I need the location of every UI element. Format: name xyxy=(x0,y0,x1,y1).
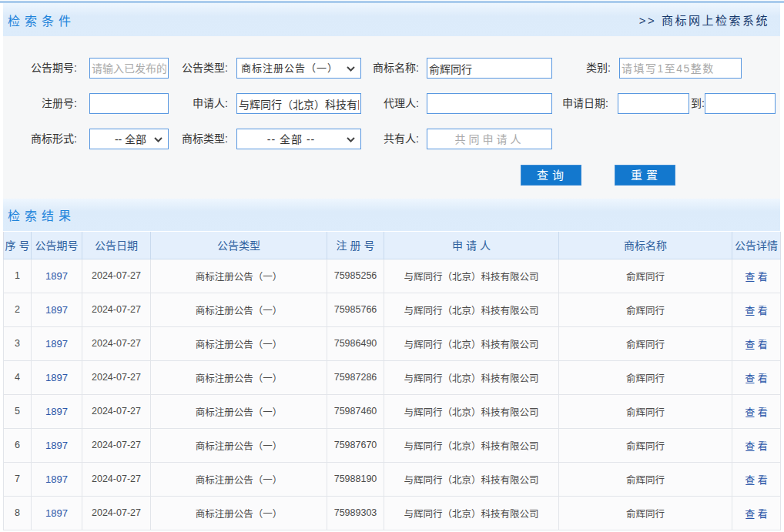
view-detail-link[interactable]: 查 看 xyxy=(745,339,768,350)
results-col-header: 序 号 xyxy=(4,232,32,259)
cell-applicant: 与辉同行（北京）科技有限公司 xyxy=(384,496,559,530)
results-header-row: 序 号公告期号公告日期公告类型注 册 号申 请 人商标名称公告详情 xyxy=(4,232,781,259)
search-form: 公告期号: 公告类型: 商标注册公告（一） 商标名称: 类别: 注册号: 申请人… xyxy=(3,36,780,199)
cell-date: 2024-07-27 xyxy=(82,462,151,496)
issue-no-link[interactable]: 1897 xyxy=(45,270,68,282)
cell-type: 商标注册公告（一） xyxy=(151,496,327,530)
search-results-title: 检索结果 xyxy=(3,206,75,224)
cell-no: 6 xyxy=(4,428,32,462)
issue-no-link[interactable]: 1897 xyxy=(45,406,68,417)
results-table: 序 号公告期号公告日期公告类型注 册 号申 请 人商标名称公告详情 118972… xyxy=(3,232,781,530)
issue-no-link[interactable]: 1897 xyxy=(45,440,68,451)
issue-no-link[interactable]: 1897 xyxy=(45,473,68,485)
app-date-from-input[interactable] xyxy=(618,93,689,114)
results-col-header: 公告类型 xyxy=(151,232,327,259)
cell-date: 2024-07-27 xyxy=(82,394,151,428)
cell-name: 俞辉同行 xyxy=(559,496,732,530)
table-row: 518972024-07-27商标注册公告（一）75987460与辉同行（北京）… xyxy=(4,394,781,428)
reg-no-label: 注册号: xyxy=(3,93,77,114)
cell-type: 商标注册公告（一） xyxy=(151,293,327,326)
table-row: 618972024-07-27商标注册公告（一）75987670与辉同行（北京）… xyxy=(4,428,781,462)
table-row: 818972024-07-27商标注册公告（一）75989303与辉同行（北京）… xyxy=(4,496,781,530)
cell-type: 商标注册公告（一） xyxy=(151,462,327,496)
cell-name: 俞辉同行 xyxy=(559,428,732,462)
view-detail-link[interactable]: 查 看 xyxy=(745,271,768,283)
tm-type-label: 商标类型: xyxy=(136,129,228,149)
cell-name: 俞辉同行 xyxy=(559,394,732,428)
search-conditions-header: 检索条件 >> 商标网上检索系统 xyxy=(3,3,780,36)
cell-detail: 查 看 xyxy=(732,394,781,428)
results-col-header: 注 册 号 xyxy=(327,232,384,259)
cell-detail: 查 看 xyxy=(732,293,781,326)
co-owner-input[interactable] xyxy=(427,129,552,149)
co-owner-label: 共有人: xyxy=(327,129,419,149)
cell-applicant: 与辉同行（北京）科技有限公司 xyxy=(384,259,559,293)
search-results-header: 检索结果 xyxy=(3,199,780,231)
table-row: 118972024-07-27商标注册公告（一）75985256与辉同行（北京）… xyxy=(4,259,781,293)
cell-date: 2024-07-27 xyxy=(82,496,151,530)
reset-button[interactable]: 重置 xyxy=(615,165,675,186)
cell-reg: 75988190 xyxy=(327,462,384,496)
table-row: 318972024-07-27商标注册公告（一）75986490与辉同行（北京）… xyxy=(4,326,781,360)
cell-detail: 查 看 xyxy=(732,259,781,293)
search-button[interactable]: 查询 xyxy=(521,165,581,186)
date-to-label: 到: xyxy=(691,93,703,114)
cell-name: 俞辉同行 xyxy=(559,326,732,360)
agent-label: 代理人: xyxy=(327,93,419,114)
cell-reg: 75989303 xyxy=(327,496,384,530)
cell-reg: 75985766 xyxy=(327,293,384,326)
cell-issue: 1897 xyxy=(32,462,82,496)
cell-issue: 1897 xyxy=(32,360,82,394)
cell-issue: 1897 xyxy=(32,293,82,326)
cell-reg: 75987460 xyxy=(327,394,384,428)
cell-type: 商标注册公告（一） xyxy=(151,259,327,293)
cell-type: 商标注册公告（一） xyxy=(151,326,327,360)
issue-no-link[interactable]: 1897 xyxy=(45,304,68,316)
cell-reg: 75986490 xyxy=(327,326,384,360)
view-detail-link[interactable]: 查 看 xyxy=(745,305,768,316)
issue-no-link[interactable]: 1897 xyxy=(45,372,68,383)
cell-no: 5 xyxy=(4,394,32,428)
system-home-link[interactable]: >> 商标网上检索系统 xyxy=(639,12,780,28)
view-detail-link[interactable]: 查 看 xyxy=(745,440,768,452)
cell-issue: 1897 xyxy=(32,259,82,293)
cell-date: 2024-07-27 xyxy=(82,293,151,326)
tm-name-label: 商标名称: xyxy=(327,58,419,79)
app-date-to-input[interactable] xyxy=(705,93,776,114)
cell-type: 商标注册公告（一） xyxy=(151,428,327,462)
tm-form-label: 商标形式: xyxy=(3,129,77,149)
view-detail-link[interactable]: 查 看 xyxy=(745,474,768,486)
cell-name: 俞辉同行 xyxy=(559,360,732,394)
cell-detail: 查 看 xyxy=(732,428,781,462)
issue-no-link[interactable]: 1897 xyxy=(45,507,68,519)
cell-applicant: 与辉同行（北京）科技有限公司 xyxy=(384,326,559,360)
cell-name: 俞辉同行 xyxy=(559,462,732,496)
cell-detail: 查 看 xyxy=(732,462,781,496)
applicant-label: 申请人: xyxy=(136,93,228,114)
cell-name: 俞辉同行 xyxy=(559,293,732,326)
cell-no: 8 xyxy=(4,496,32,530)
view-detail-link[interactable]: 查 看 xyxy=(745,508,768,520)
cell-name: 俞辉同行 xyxy=(559,259,732,293)
cell-date: 2024-07-27 xyxy=(82,360,151,394)
cell-issue: 1897 xyxy=(32,428,82,462)
cell-issue: 1897 xyxy=(32,496,82,530)
cell-applicant: 与辉同行（北京）科技有限公司 xyxy=(384,394,559,428)
category-label: 类别: xyxy=(518,58,611,79)
cell-applicant: 与辉同行（北京）科技有限公司 xyxy=(384,462,559,496)
cell-type: 商标注册公告（一） xyxy=(151,360,327,394)
cell-no: 3 xyxy=(4,326,32,360)
cell-no: 4 xyxy=(4,360,32,394)
view-detail-link[interactable]: 查 看 xyxy=(745,407,768,418)
cell-detail: 查 看 xyxy=(732,360,781,394)
cell-applicant: 与辉同行（北京）科技有限公司 xyxy=(384,293,559,326)
results-col-header: 公告日期 xyxy=(82,232,151,259)
cell-date: 2024-07-27 xyxy=(82,326,151,360)
cell-no: 7 xyxy=(4,462,32,496)
results-body: 118972024-07-27商标注册公告（一）75985256与辉同行（北京）… xyxy=(4,259,781,530)
cell-no: 2 xyxy=(4,293,32,326)
issue-no-link[interactable]: 1897 xyxy=(45,338,68,350)
category-input[interactable] xyxy=(619,58,742,79)
view-detail-link[interactable]: 查 看 xyxy=(745,373,768,384)
results-col-header: 公告期号 xyxy=(32,232,82,259)
